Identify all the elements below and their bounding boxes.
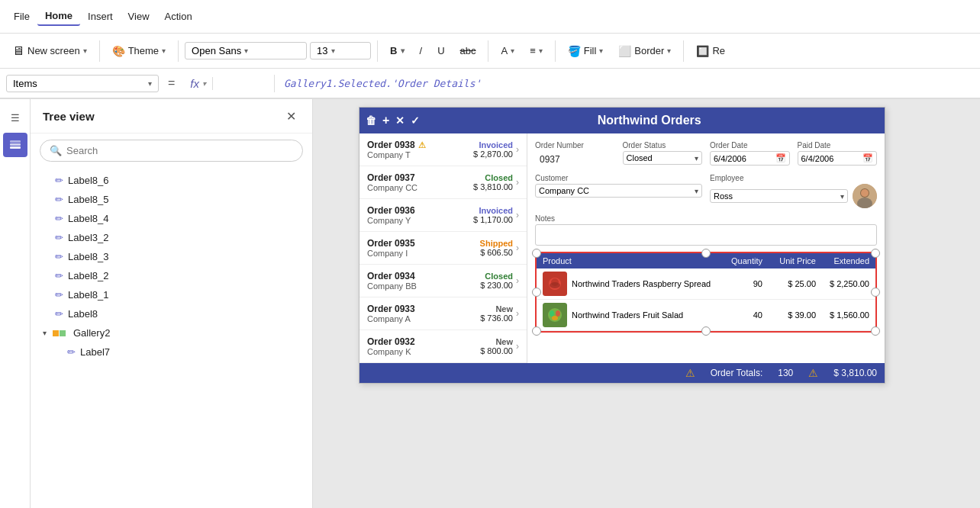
menu-action[interactable]: Action bbox=[157, 8, 200, 25]
menu-bar: File Home Insert View Action bbox=[0, 0, 980, 34]
order-item-0936[interactable]: Order 0936 Company Y Invoiced $ 1,170.00… bbox=[359, 199, 527, 232]
order-0932-status: New bbox=[480, 337, 513, 346]
svg-point-13 bbox=[550, 310, 554, 317]
handle-bm[interactable] bbox=[701, 326, 711, 336]
border-button[interactable]: ⬜ Border ▾ bbox=[612, 42, 677, 60]
detail-row-notes: Notes bbox=[535, 214, 877, 246]
order-status-label: Order Status bbox=[623, 141, 703, 150]
employee-box: Ross ▾ bbox=[710, 184, 877, 208]
re-button[interactable]: 🔲 Re bbox=[690, 42, 731, 60]
order-date-calendar-icon[interactable]: 📅 bbox=[775, 153, 786, 163]
order-0938-info: Order 0938 ⚠ Company T bbox=[367, 140, 473, 159]
edit-icon: ✏ bbox=[55, 270, 63, 281]
italic-button[interactable]: / bbox=[414, 42, 429, 59]
order-0934-info: Order 0934 Company BB bbox=[367, 271, 480, 291]
tree-item-label: Label8_1 bbox=[68, 289, 109, 301]
product-row-1: Northwind Traders Raspberry Spread 90 $ … bbox=[537, 268, 875, 300]
order-item-0938[interactable]: Order 0938 ⚠ Company T Invoiced $ 2,870.… bbox=[359, 133, 527, 166]
formula-content[interactable]: Gallery1.Selected.'Order Details' bbox=[275, 78, 980, 89]
app-body: Order 0938 ⚠ Company T Invoiced $ 2,870.… bbox=[359, 133, 885, 363]
theme-icon: 🎨 bbox=[112, 45, 125, 57]
order-list: Order 0938 ⚠ Company T Invoiced $ 2,870.… bbox=[359, 133, 527, 363]
handle-tm[interactable] bbox=[701, 249, 711, 258]
order-0935-company: Company I bbox=[367, 249, 480, 258]
theme-button[interactable]: 🎨 Theme ▾ bbox=[106, 42, 172, 60]
order-0932-chevron: › bbox=[516, 341, 519, 352]
layers-icon[interactable] bbox=[3, 133, 27, 157]
handle-br[interactable] bbox=[871, 326, 880, 336]
font-selector[interactable]: Open Sans ▾ bbox=[185, 42, 307, 59]
main-layout: ☰ Tree view ✕ 🔍 ✏ Label8_6 bbox=[0, 99, 980, 508]
underline-label: U bbox=[437, 45, 444, 56]
screen-icon: 🖥 bbox=[12, 44, 24, 58]
notes-input[interactable] bbox=[535, 224, 877, 246]
order-0937-status: Closed bbox=[473, 173, 513, 182]
tree-item-label3-2[interactable]: ✏ Label3_2 bbox=[31, 228, 312, 247]
svg-rect-0 bbox=[10, 146, 21, 149]
align-button[interactable]: ≡ ▾ bbox=[524, 42, 549, 59]
border-icon: ⬜ bbox=[618, 45, 631, 57]
totals-qty: 130 bbox=[778, 368, 793, 378]
order-0932-right: New $ 800.00 bbox=[480, 337, 513, 355]
handle-tl[interactable] bbox=[532, 249, 541, 258]
tree-item-label: Label8_6 bbox=[68, 175, 109, 186]
order-0935-title: Order 0935 bbox=[367, 238, 480, 249]
font-size-selector[interactable]: 13 ▾ bbox=[310, 42, 371, 59]
size-chevron: ▾ bbox=[331, 47, 335, 55]
order-item-0934[interactable]: Order 0934 Company BB Closed $ 230.00 › bbox=[359, 265, 527, 297]
tree-close-button[interactable]: ✕ bbox=[282, 107, 300, 125]
menu-file[interactable]: File bbox=[6, 8, 37, 25]
items-dropdown[interactable]: Items ▾ bbox=[6, 75, 159, 92]
paid-date-value: 6/4/2006 bbox=[801, 154, 863, 163]
close-icon[interactable]: ✕ bbox=[395, 114, 405, 127]
add-icon[interactable]: + bbox=[382, 114, 389, 127]
order-item-0935[interactable]: Order 0935 Company I Shipped $ 606.50 › bbox=[359, 232, 527, 265]
tree-item-label8-3[interactable]: ✏ Label8_3 bbox=[31, 247, 312, 266]
order-item-0933[interactable]: Order 0933 Company A New $ 736.00 › bbox=[359, 297, 527, 330]
tree-item-label8-1[interactable]: ✏ Label8_1 bbox=[31, 285, 312, 304]
re-label: Re bbox=[712, 45, 725, 56]
tree-item-label8-6[interactable]: ✏ Label8_6 bbox=[31, 171, 312, 190]
handle-mr[interactable] bbox=[871, 288, 880, 297]
bold-button[interactable]: B ▾ bbox=[384, 42, 410, 59]
delete-icon[interactable]: 🗑 bbox=[366, 114, 376, 127]
new-screen-button[interactable]: 🖥 New screen ▾ bbox=[6, 41, 93, 61]
handle-tr[interactable] bbox=[871, 249, 880, 258]
tree-item-label8-5[interactable]: ✏ Label8_5 bbox=[31, 190, 312, 209]
order-0934-amount: $ 230.00 bbox=[480, 281, 513, 290]
strikethrough-label: abc bbox=[460, 45, 476, 56]
items-dropdown-label: Items bbox=[13, 78, 37, 89]
re-icon: 🔲 bbox=[696, 45, 709, 57]
strikethrough-button[interactable]: abc bbox=[454, 42, 482, 59]
tree-item-label8-2[interactable]: ✏ Label8_2 bbox=[31, 266, 312, 285]
check-icon[interactable]: ✓ bbox=[411, 114, 420, 127]
customer-dropdown-chevron[interactable]: ▾ bbox=[695, 187, 698, 195]
tree-item-label8-4[interactable]: ✏ Label8_4 bbox=[31, 209, 312, 228]
tree-item-label: Label8_5 bbox=[68, 194, 109, 205]
handle-bl[interactable] bbox=[532, 326, 541, 336]
hamburger-icon[interactable]: ☰ bbox=[3, 105, 27, 130]
notes-label: Notes bbox=[535, 214, 877, 223]
edit-icon: ✏ bbox=[55, 289, 63, 301]
menu-home[interactable]: Home bbox=[37, 7, 80, 26]
order-0935-right: Shipped $ 606.50 bbox=[480, 239, 513, 257]
paid-date-calendar-icon[interactable]: 📅 bbox=[862, 153, 873, 163]
menu-insert[interactable]: Insert bbox=[80, 8, 121, 25]
gallery-icon bbox=[53, 330, 66, 336]
employee-dropdown-chevron[interactable]: ▾ bbox=[840, 192, 844, 201]
sep6 bbox=[683, 40, 684, 62]
menu-view[interactable]: View bbox=[121, 8, 157, 25]
search-input[interactable] bbox=[66, 145, 293, 156]
order-item-0932[interactable]: Order 0932 Company K New $ 800.00 › bbox=[359, 330, 527, 363]
handle-ml[interactable] bbox=[532, 288, 541, 297]
fill-button[interactable]: 🪣 Fill ▾ bbox=[562, 42, 610, 60]
edit-icon: ✏ bbox=[55, 213, 63, 224]
status-dropdown-chevron[interactable]: ▾ bbox=[695, 154, 698, 162]
tree-item-label8[interactable]: ✏ Label8 bbox=[31, 304, 312, 323]
tree-item-label7[interactable]: ✏ Label7 bbox=[31, 342, 312, 362]
tree-item-gallery2[interactable]: ▾ Gallery2 bbox=[31, 323, 312, 342]
underline-button[interactable]: U bbox=[431, 42, 450, 59]
products-table: Product Quantity Unit Price Extended bbox=[535, 252, 877, 333]
font-color-button[interactable]: A ▾ bbox=[495, 42, 521, 59]
order-item-0937[interactable]: Order 0937 Company CC Closed $ 3,810.00 … bbox=[359, 166, 527, 199]
